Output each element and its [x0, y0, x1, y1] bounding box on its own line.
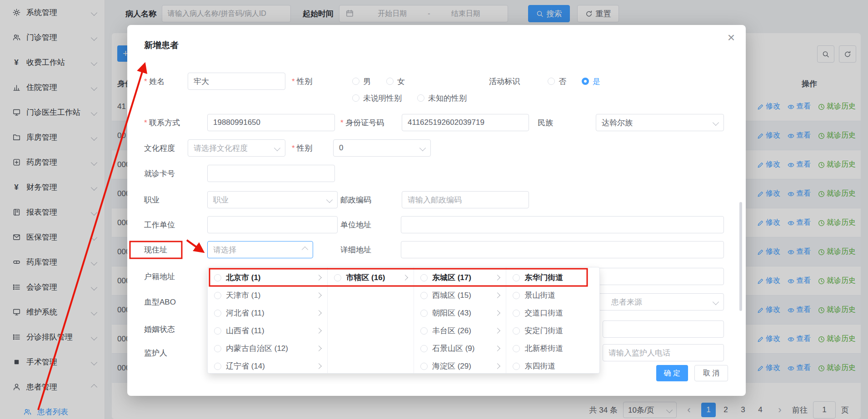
radio-gender-unknown[interactable]: 未知的性别 — [417, 93, 467, 104]
cascader-province-column: 北京市 (1)天津市 (1)河北省 (11)山西省 (11)内蒙古自治区 (12… — [208, 267, 328, 373]
add-patient-dialog: 新增患者 × 姓名 牢大 性别 男 女 未说明性别 未知的性别 活动标识 否 是… — [127, 25, 746, 396]
close-icon[interactable]: × — [728, 31, 735, 44]
chevron-down-icon — [713, 299, 719, 305]
field-label-work-unit: 工作单位 — [144, 220, 175, 230]
id-number-input[interactable]: 411625192602039719 — [402, 114, 529, 131]
district-option-4[interactable]: 石景山区 (9) — [414, 340, 506, 357]
field-label-visit-card: 就诊卡号 — [144, 168, 175, 179]
street-option-5[interactable]: 东四街道 — [506, 357, 599, 373]
guardian-phone-input[interactable]: 请输入监护人电话 — [603, 344, 724, 361]
dialog-title: 新增患者 — [144, 39, 179, 51]
province-option-1[interactable]: 天津市 (1) — [208, 286, 327, 304]
field-label-postal-code: 邮政编码 — [340, 195, 371, 205]
chevron-right-icon — [316, 345, 322, 351]
work-unit-input[interactable] — [207, 216, 338, 233]
radio-no[interactable]: 否 — [548, 76, 566, 87]
cascader-district-column: 东城区 (17)西城区 (15)朝阳区 (43)丰台区 (26)石景山区 (9)… — [414, 267, 507, 373]
district-option-0[interactable]: 东城区 (17) — [414, 269, 506, 286]
radio-icon — [214, 345, 221, 352]
current-address-select[interactable]: 请选择 — [207, 241, 313, 258]
radio-icon — [214, 310, 221, 317]
radio-female[interactable]: 女 — [386, 76, 405, 87]
radio-male[interactable]: 男 — [352, 76, 371, 87]
field-label-marital-status: 婚姻状态 — [144, 324, 175, 335]
active-flag-radio-group: 否 是 — [548, 73, 600, 90]
province-option-5[interactable]: 辽宁省 (14) — [208, 357, 327, 373]
street-option-3[interactable]: 安定门街道 — [506, 322, 599, 340]
field-label-contact: 联系方式 — [144, 118, 180, 128]
field-label-detail-address: 详细地址 — [340, 245, 371, 255]
occupation-select[interactable]: 职业 — [207, 191, 338, 208]
radio-icon — [214, 327, 221, 335]
chevron-right-icon — [495, 328, 501, 334]
chevron-right-icon — [316, 310, 322, 316]
radio-icon — [513, 274, 520, 281]
chevron-right-icon — [495, 363, 501, 369]
gender-select[interactable]: 0 — [333, 139, 431, 157]
province-option-0[interactable]: 北京市 (1) — [208, 269, 327, 286]
postal-code-input[interactable]: 请输入邮政编码 — [402, 191, 529, 208]
district-option-5[interactable]: 海淀区 (29) — [414, 357, 506, 373]
unit-address-input[interactable] — [401, 216, 724, 233]
gender-radio-row1: 男 女 — [352, 73, 405, 90]
chevron-right-icon — [316, 275, 322, 281]
street-option-1[interactable]: 景山街道 — [506, 286, 599, 304]
radio-icon — [214, 274, 221, 281]
confirm-button[interactable]: 确 定 — [656, 365, 688, 381]
radio-icon — [417, 94, 424, 102]
name-value: 牢大 — [194, 76, 209, 87]
chevron-right-icon — [316, 363, 322, 369]
district-option-2[interactable]: 朝阳区 (43) — [414, 304, 506, 322]
province-option-3[interactable]: 山西省 (11) — [208, 322, 327, 340]
field-label-active-flag: 活动标识 — [489, 76, 520, 87]
radio-icon — [420, 327, 428, 335]
street-option-0[interactable]: 东华门街道 — [506, 269, 599, 286]
street-option-4[interactable]: 北新桥街道 — [506, 340, 599, 357]
marital-status-input[interactable] — [603, 320, 724, 338]
radio-icon — [420, 345, 428, 352]
chevron-up-icon — [302, 246, 308, 253]
radio-icon — [513, 327, 520, 335]
chevron-down-icon — [419, 145, 426, 151]
radio-gender-unspecified[interactable]: 未说明性别 — [352, 93, 402, 104]
visit-card-input[interactable] — [207, 165, 335, 182]
address-cascader-dropdown: 北京市 (1)天津市 (1)河北省 (11)山西省 (11)内蒙古自治区 (12… — [207, 267, 600, 374]
app-root: 系统管理门诊管理¥收费工作站住院管理门诊医生工作站库房管理药房管理¥财务管理报表… — [0, 0, 868, 419]
field-label-guardian: 监护人 — [144, 348, 167, 358]
field-label-occupation: 职业 — [144, 195, 160, 205]
field-label-ethnicity: 民族 — [538, 118, 553, 128]
modal-scrollbar[interactable] — [739, 202, 742, 311]
field-label-gender-select: 性别 — [292, 143, 312, 153]
radio-icon — [420, 274, 428, 281]
street-option-2[interactable]: 交道口街道 — [506, 304, 599, 322]
contact-input[interactable]: 19880991650 — [207, 114, 335, 131]
radio-icon — [513, 363, 520, 370]
radio-icon — [334, 274, 341, 281]
chevron-right-icon — [495, 310, 501, 316]
chevron-right-icon — [316, 292, 322, 298]
radio-icon — [352, 94, 359, 102]
field-label-unit-address: 单位地址 — [340, 220, 371, 230]
chevron-right-icon — [495, 292, 501, 298]
chevron-down-icon — [713, 119, 719, 126]
education-select[interactable]: 请选择文化程度 — [188, 139, 285, 157]
radio-icon — [214, 363, 221, 370]
province-option-2[interactable]: 河北省 (11) — [208, 304, 327, 322]
district-option-1[interactable]: 西城区 (15) — [414, 286, 506, 304]
radio-selected-icon — [582, 78, 589, 85]
city-option-0[interactable]: 市辖区 (16) — [328, 269, 414, 286]
province-option-4[interactable]: 内蒙古自治区 (12) — [208, 340, 327, 357]
radio-yes[interactable]: 是 — [582, 76, 600, 87]
name-input[interactable]: 牢大 — [188, 73, 285, 90]
field-label-id-number: 身份证号码 — [340, 118, 384, 128]
chevron-down-icon — [274, 145, 280, 151]
radio-icon — [513, 310, 520, 317]
cancel-button[interactable]: 取 消 — [694, 365, 728, 381]
ethnicity-select[interactable]: 达斡尔族 — [596, 114, 724, 131]
district-option-3[interactable]: 丰台区 (26) — [414, 322, 506, 340]
field-label-gender: 性别 — [292, 76, 312, 87]
field-label-current-address: 现住址 — [144, 245, 167, 255]
detail-address-input[interactable] — [401, 241, 724, 258]
field-label-education: 文化程度 — [144, 143, 175, 153]
patient-source-select[interactable]: 患者来源 — [585, 293, 724, 311]
